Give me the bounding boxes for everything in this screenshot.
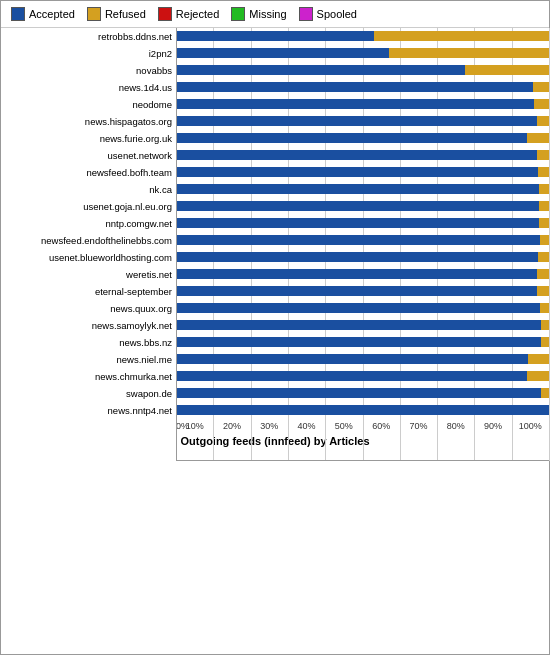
row-server-label: news.chmurka.net bbox=[1, 371, 176, 382]
bar-segment-refused bbox=[465, 65, 549, 75]
row-server-label: usenet.network bbox=[1, 150, 176, 161]
legend-missing-label: Missing bbox=[249, 8, 286, 20]
table-row: swapon.de66715 bbox=[1, 385, 549, 401]
row-bar-inner bbox=[176, 167, 549, 177]
chart-body: retrobbs.ddns.net7,5366,665i2pn27,2425,4… bbox=[1, 28, 549, 483]
table-row: newsfeed.endofthelinebbs.com8,138208 bbox=[1, 232, 549, 248]
table-row: news.hispagatos.org7,756254 bbox=[1, 113, 549, 129]
bar-segment-accepted bbox=[176, 99, 534, 109]
table-row: neodome7,070304 bbox=[1, 96, 549, 112]
row-bar-area: 7,898172 bbox=[176, 334, 549, 350]
x-tick-5: 50% bbox=[325, 421, 362, 431]
bar-segment-accepted bbox=[176, 371, 527, 381]
row-server-label: usenet.goja.nl.eu.org bbox=[1, 201, 176, 212]
bar-segment-accepted bbox=[176, 354, 528, 364]
bar-segment-refused bbox=[538, 167, 549, 177]
row-server-label: news.bbs.nz bbox=[1, 337, 176, 348]
row-server-label: novabbs bbox=[1, 65, 176, 76]
legend-spooled-label: Spooled bbox=[317, 8, 357, 20]
row-server-label: news.hispagatos.org bbox=[1, 116, 176, 127]
row-bar-area: 7,609217 bbox=[176, 198, 549, 214]
table-row: news.samoylyk.net7,578174 bbox=[1, 317, 549, 333]
x-tick-7: 70% bbox=[400, 421, 437, 431]
bar-segment-accepted bbox=[176, 201, 539, 211]
row-bar-inner bbox=[176, 31, 549, 41]
table-row: nk.ca7,934224 bbox=[1, 181, 549, 197]
bar-segment-accepted bbox=[176, 388, 541, 398]
row-bar-area: 7,934224 bbox=[176, 181, 549, 197]
table-row: news.furie.org.uk3,927245 bbox=[1, 130, 549, 146]
bar-segment-accepted bbox=[176, 184, 539, 194]
bar-segment-refused bbox=[539, 184, 549, 194]
row-server-label: retrobbs.ddns.net bbox=[1, 31, 176, 42]
row-bar-inner bbox=[176, 405, 549, 415]
row-bar-area: 2,302140 bbox=[176, 351, 549, 367]
bar-segment-refused bbox=[374, 31, 549, 41]
bar-segment-accepted bbox=[176, 303, 540, 313]
row-bar-inner bbox=[176, 48, 549, 58]
row-bar-area: 7,805341 bbox=[176, 79, 549, 95]
row-bar-inner bbox=[176, 235, 549, 245]
rejected-icon bbox=[158, 7, 172, 21]
row-bar-inner bbox=[176, 388, 549, 398]
table-row: newsfeed.bofh.team7,709229 bbox=[1, 164, 549, 180]
y-axis-line bbox=[176, 28, 177, 461]
table-row: news.quux.org7,442187 bbox=[1, 300, 549, 316]
x-axis: 0%10%20%30%40%50%60%70%80%90%100% bbox=[176, 419, 549, 431]
row-server-label: news.1d4.us bbox=[1, 82, 176, 93]
chart-container: Accepted Refused Rejected Missing Spoole… bbox=[0, 0, 550, 655]
row-bar-area: 8,139,136 bbox=[176, 402, 549, 418]
bar-segment-accepted bbox=[176, 252, 538, 262]
row-bar-inner bbox=[176, 82, 549, 92]
table-row: news.chmurka.net2,048129 bbox=[1, 368, 549, 384]
spooled-icon bbox=[299, 7, 313, 21]
missing-icon bbox=[231, 7, 245, 21]
bar-segment-accepted bbox=[176, 133, 527, 143]
row-server-label: i2pn2 bbox=[1, 48, 176, 59]
table-row: weretis.net5,886196 bbox=[1, 266, 549, 282]
table-row: usenet.blueworldhosting.com6,327198 bbox=[1, 249, 549, 265]
row-bar-area: 66715 bbox=[176, 385, 549, 401]
x-tick-4: 40% bbox=[288, 421, 325, 431]
row-bar-area: 6,327198 bbox=[176, 249, 549, 265]
bar-segment-refused bbox=[539, 201, 549, 211]
x-tick-6: 60% bbox=[362, 421, 399, 431]
row-bar-inner bbox=[176, 337, 549, 347]
row-server-label: news.nntp4.net bbox=[1, 405, 176, 416]
bar-segment-refused bbox=[537, 269, 549, 279]
table-row: usenet.network7,518239 bbox=[1, 147, 549, 163]
table-row: i2pn27,2425,428 bbox=[1, 45, 549, 61]
table-row: usenet.goja.nl.eu.org7,609217 bbox=[1, 198, 549, 214]
legend-refused-label: Refused bbox=[105, 8, 146, 20]
row-bar-inner bbox=[176, 65, 549, 75]
bar-segment-accepted bbox=[176, 31, 374, 41]
row-bar-area: 7,070304 bbox=[176, 96, 549, 112]
x-tick-8: 80% bbox=[437, 421, 474, 431]
refused-icon bbox=[87, 7, 101, 21]
row-bar-area: 7,2425,428 bbox=[176, 45, 549, 61]
bar-segment-accepted bbox=[176, 167, 538, 177]
row-bar-area: 7,578174 bbox=[176, 317, 549, 333]
legend-spooled: Spooled bbox=[299, 7, 357, 21]
legend-accepted-label: Accepted bbox=[29, 8, 75, 20]
rows-container: retrobbs.ddns.net7,5366,665i2pn27,2425,4… bbox=[1, 28, 549, 418]
table-row: news.1d4.us7,805341 bbox=[1, 79, 549, 95]
bar-segment-refused bbox=[541, 337, 549, 347]
row-bar-area: 5,886196 bbox=[176, 266, 549, 282]
x-axis-line bbox=[176, 460, 549, 461]
row-bar-inner bbox=[176, 184, 549, 194]
row-bar-area: 7,518239 bbox=[176, 147, 549, 163]
bar-segment-refused bbox=[389, 48, 549, 58]
row-bar-inner bbox=[176, 116, 549, 126]
row-bar-inner bbox=[176, 201, 549, 211]
bar-segment-refused bbox=[537, 286, 549, 296]
row-server-label: nk.ca bbox=[1, 184, 176, 195]
row-bar-inner bbox=[176, 320, 549, 330]
bar-segment-refused bbox=[527, 133, 549, 143]
bar-segment-refused bbox=[538, 252, 549, 262]
row-server-label: eternal-september bbox=[1, 286, 176, 297]
row-bar-inner bbox=[176, 371, 549, 381]
chart-title: Outgoing feeds (innfeed) by Articles bbox=[1, 431, 549, 453]
table-row: eternal-september5,806188 bbox=[1, 283, 549, 299]
row-bar-area: 7,709229 bbox=[176, 164, 549, 180]
